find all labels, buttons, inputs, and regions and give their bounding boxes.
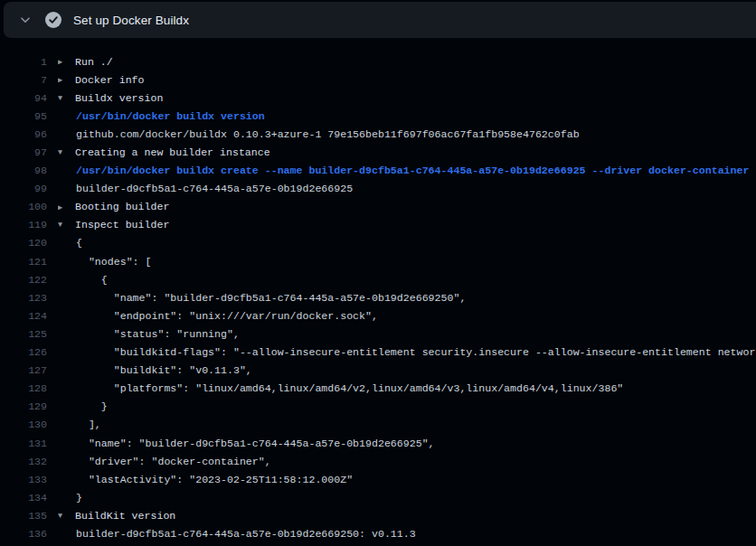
line-content: } [58, 492, 756, 504]
log-line[interactable]: 1 ▶Run ./ [0, 52, 756, 71]
line-number[interactable]: 96 [0, 128, 47, 140]
line-number[interactable]: 95 [0, 110, 47, 122]
line-number[interactable]: 136 [0, 528, 47, 540]
log-line: 134 } [0, 488, 756, 506]
line-number[interactable]: 7 [0, 74, 47, 86]
line-number[interactable]: 120 [0, 237, 47, 249]
chevron-down-icon[interactable] [13, 7, 38, 33]
line-number[interactable]: 126 [0, 346, 47, 358]
group-collapsed-icon[interactable]: ▶ [58, 202, 75, 212]
line-number[interactable]: 100 [0, 201, 47, 212]
line-content: "endpoint": "unix:///var/run/docker.sock… [58, 310, 756, 322]
line-number[interactable]: 124 [0, 310, 47, 322]
log-line: 121 "nodes": [ [0, 252, 756, 270]
line-number[interactable]: 123 [0, 292, 47, 304]
line-number[interactable]: 129 [0, 400, 47, 412]
line-number[interactable]: 1 [0, 56, 47, 68]
line-content: ], [58, 419, 756, 430]
line-content: { [58, 237, 756, 249]
log-line: 96 github.com/docker/buildx 0.10.3+azure… [0, 125, 756, 143]
line-number[interactable]: 130 [0, 419, 47, 430]
log-line: 126 "buildkitd-flags": "--allow-insecure… [0, 344, 756, 362]
line-number[interactable]: 135 [0, 510, 47, 522]
log-line: 125 "status": "running", [0, 325, 756, 343]
check-circle-icon [45, 12, 61, 28]
line-number[interactable]: 127 [0, 364, 47, 376]
line-number[interactable]: 98 [0, 165, 47, 176]
log-line[interactable]: 97 ▼Creating a new builder instance [0, 143, 756, 161]
line-number[interactable]: 122 [0, 274, 47, 286]
line-number[interactable]: 119 [0, 219, 47, 231]
log-line[interactable]: 94 ▼Buildx version [0, 89, 756, 107]
line-number[interactable]: 134 [0, 492, 47, 504]
line-content: ▼BuildKit version [58, 510, 756, 522]
line-number[interactable]: 94 [0, 92, 47, 104]
line-number[interactable]: 133 [0, 474, 47, 485]
line-content: "lastActivity": "2023-02-25T11:58:12.000… [58, 474, 756, 485]
log-line: 129 } [0, 398, 756, 416]
log-line: 99 builder-d9cfb5a1-c764-445a-a57e-0b19d… [0, 180, 756, 198]
log-area: 1 ▶Run ./ 7 ▶Docker info 94 ▼Buildx vers… [0, 38, 756, 543]
line-content: "platforms": "linux/amd64,linux/amd64/v2… [58, 382, 756, 394]
line-content: /usr/bin/docker buildx version [58, 110, 756, 122]
line-content: github.com/docker/buildx 0.10.3+azure-1 … [58, 128, 756, 140]
group-expanded-icon[interactable]: ▼ [58, 221, 75, 230]
line-content: { [58, 274, 756, 286]
log-line[interactable]: 100 ▶Booting builder [0, 198, 756, 216]
group-expanded-icon[interactable]: ▼ [58, 148, 75, 157]
log-line: 98 /usr/bin/docker buildx create --name … [0, 162, 756, 180]
log-line: 120 { [0, 234, 756, 252]
line-content: ▼Inspect builder [58, 219, 756, 231]
log-line: 124 "endpoint": "unix:///var/run/docker.… [0, 306, 756, 325]
log-line[interactable]: 135 ▼BuildKit version [0, 506, 756, 524]
log-line[interactable]: 119 ▼Inspect builder [0, 216, 756, 234]
line-number[interactable]: 125 [0, 328, 47, 340]
line-content: "driver": "docker-container", [58, 456, 756, 467]
log-line: 131 "name": "builder-d9cfb5a1-c764-445a-… [0, 434, 756, 452]
log-line: 130 ], [0, 416, 756, 434]
log-line[interactable]: 7 ▶Docker info [0, 71, 756, 89]
log-line: 123 "name": "builder-d9cfb5a1-c764-445a-… [0, 288, 756, 306]
log-line: 133 "lastActivity": "2023-02-25T11:58:12… [0, 470, 756, 488]
log-line: 132 "driver": "docker-container", [0, 452, 756, 470]
line-content: ▶Booting builder [58, 201, 756, 212]
line-content: "nodes": [ [58, 256, 756, 268]
group-collapsed-icon[interactable]: ▶ [58, 75, 75, 85]
line-content: "name": "builder-d9cfb5a1-c764-445a-a57e… [58, 292, 756, 304]
group-expanded-icon[interactable]: ▼ [58, 94, 75, 103]
line-content: ▶Docker info [58, 74, 756, 86]
log-line: 95 /usr/bin/docker buildx version [0, 107, 756, 125]
line-content: builder-d9cfb5a1-c764-445a-a57e-0b19d2e6… [58, 183, 756, 194]
log-line: 128 "platforms": "linux/amd64,linux/amd6… [0, 380, 756, 398]
line-number[interactable]: 132 [0, 456, 47, 467]
log-line: 127 "buildkit": "v0.11.3", [0, 362, 756, 380]
line-number[interactable]: 97 [0, 146, 47, 158]
line-content: ▼Creating a new builder instance [58, 146, 756, 158]
group-expanded-icon[interactable]: ▼ [58, 512, 75, 521]
line-number[interactable]: 99 [0, 183, 47, 194]
line-content: ▼Buildx version [58, 92, 756, 104]
line-content: "buildkitd-flags": "--allow-insecure-ent… [58, 346, 756, 358]
line-number[interactable]: 131 [0, 438, 47, 449]
line-content: builder-d9cfb5a1-c764-445a-a57e-0b19d2e6… [58, 528, 756, 540]
line-number[interactable]: 121 [0, 256, 47, 268]
log-line: 122 { [0, 270, 756, 288]
line-content: "name": "builder-d9cfb5a1-c764-445a-a57e… [58, 438, 756, 449]
line-content: "status": "running", [58, 328, 756, 340]
log-line: 136 builder-d9cfb5a1-c764-445a-a57e-0b19… [0, 524, 756, 542]
group-collapsed-icon[interactable]: ▶ [58, 57, 75, 67]
line-content: "buildkit": "v0.11.3", [58, 364, 756, 376]
step-title: Set up Docker Buildx [73, 14, 189, 27]
step-header[interactable]: Set up Docker Buildx [4, 2, 756, 38]
line-content: } [58, 400, 756, 412]
line-content: ▶Run ./ [58, 56, 756, 68]
line-content: /usr/bin/docker buildx create --name bui… [58, 165, 756, 176]
line-number[interactable]: 128 [0, 382, 47, 394]
